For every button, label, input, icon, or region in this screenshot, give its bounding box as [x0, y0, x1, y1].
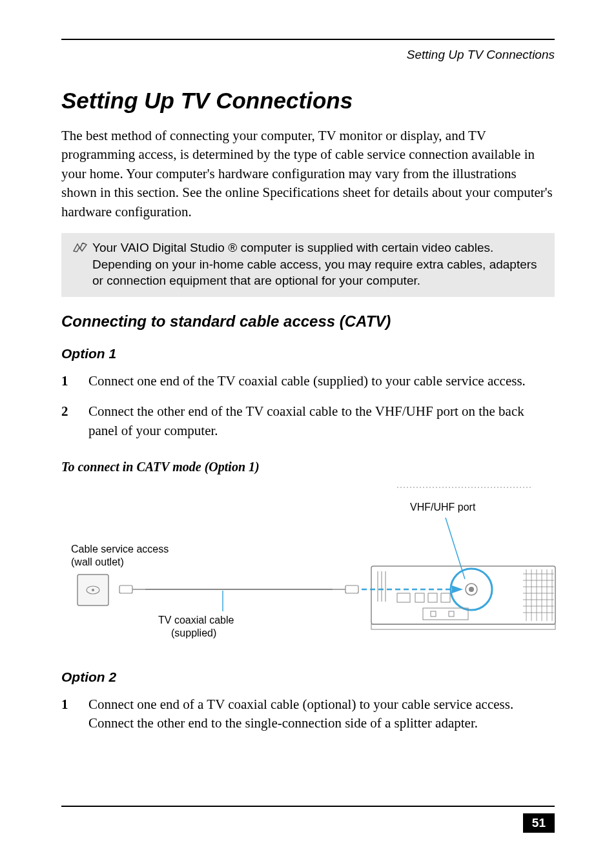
svg-rect-21: [441, 593, 450, 602]
note-text: Your VAIO Digital Studio ® computer is s…: [92, 239, 543, 289]
coax-label-2: (supplied): [171, 627, 216, 639]
step-text: Connect one end of a TV coaxial cable (o…: [88, 695, 555, 733]
svg-rect-19: [415, 593, 424, 602]
coax-label-1: TV coaxial cable: [158, 615, 234, 626]
intro-paragraph: The best method of connecting your compu…: [61, 127, 555, 221]
svg-rect-18: [397, 593, 410, 602]
list-item: 1 Connect one end of a TV coaxial cable …: [61, 695, 555, 733]
connection-diagram: VHF/UHF port Cable service access (wall …: [61, 482, 555, 650]
svg-rect-10: [345, 585, 358, 593]
svg-rect-14: [371, 624, 555, 629]
svg-line-1: [446, 518, 465, 579]
page-title: Setting Up TV Connections: [61, 88, 555, 114]
list-item: 2 Connect the other end of the TV coaxia…: [61, 402, 555, 440]
diagram-svg: [61, 482, 559, 650]
svg-marker-12: [452, 585, 463, 593]
note-icon: [73, 241, 87, 258]
running-header: Setting Up TV Connections: [61, 48, 555, 62]
svg-point-24: [469, 587, 474, 592]
step-number: 1: [61, 695, 73, 733]
option2-steps: 1 Connect one end of a TV coaxial cable …: [61, 695, 555, 733]
diagram-caption: To connect in CATV mode (Option 1): [61, 460, 555, 474]
section-heading: Connecting to standard cable access (CAT…: [61, 312, 555, 331]
svg-rect-26: [431, 611, 436, 616]
cable-access-label-1: Cable service access: [71, 544, 169, 555]
svg-rect-27: [449, 611, 454, 616]
svg-rect-5: [119, 585, 132, 593]
header-rule: [61, 39, 555, 40]
svg-rect-20: [428, 593, 437, 602]
note-callout: Your VAIO Digital Studio ® computer is s…: [61, 233, 555, 297]
footer-rule: [61, 806, 555, 807]
page-number: 51: [523, 813, 555, 833]
svg-rect-25: [423, 608, 468, 620]
vhf-port-label: VHF/UHF port: [410, 502, 475, 513]
page-footer: 51: [61, 806, 555, 833]
option2-heading: Option 2: [61, 669, 555, 685]
cable-access-label-2: (wall outlet): [71, 556, 124, 568]
list-item: 1 Connect one end of the TV coaxial cabl…: [61, 372, 555, 391]
option1-steps: 1 Connect one end of the TV coaxial cabl…: [61, 372, 555, 440]
svg-point-4: [92, 589, 94, 591]
step-number: 1: [61, 372, 73, 391]
step-text: Connect one end of the TV coaxial cable …: [88, 372, 526, 391]
step-number: 2: [61, 402, 73, 440]
option1-heading: Option 1: [61, 346, 555, 361]
step-text: Connect the other end of the TV coaxial …: [88, 402, 555, 440]
